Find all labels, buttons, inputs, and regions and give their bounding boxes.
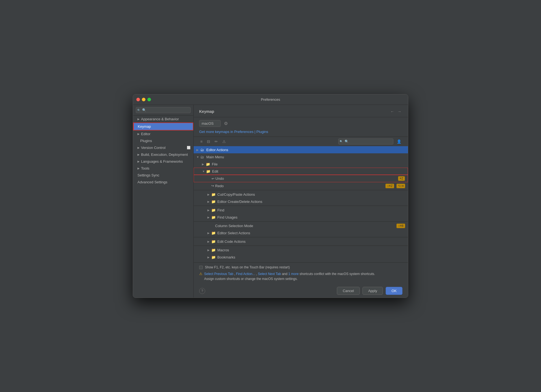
separator (194, 221, 408, 222)
select-prev-tab-link[interactable]: Select Previous Tab (204, 272, 233, 276)
close-button[interactable] (136, 98, 140, 101)
comma1: , (234, 272, 236, 276)
chevron-right-icon: ▶ (137, 132, 140, 135)
minimize-button[interactable] (142, 98, 145, 101)
footer: ? Cancel Apply OK (194, 284, 408, 298)
maximize-button[interactable] (147, 98, 151, 101)
tree-row[interactable]: ▶ 📁 Cut/Copy/Paste Actions (194, 191, 408, 198)
tree-item-label: Find (217, 208, 405, 212)
expand-all-button[interactable]: ≡ (199, 139, 204, 144)
separator (194, 246, 408, 246)
collapse-all-button[interactable]: ⊟ (206, 139, 211, 144)
bottom-section: Show F1, F2, etc. keys on the Touch Bar … (194, 262, 408, 284)
expand-icon: ▶ (207, 216, 211, 219)
select-next-tab-link[interactable]: Select Next Tab (258, 272, 281, 276)
folder-icon: 📁 (211, 200, 216, 204)
keymap-dropdown: macOS (199, 120, 221, 127)
warning-button[interactable]: ⚠ (221, 139, 227, 144)
nav-arrows: ← → (389, 109, 402, 114)
toolbar-search-area (338, 138, 393, 145)
sidebar-item-tools[interactable]: ▶ Tools (133, 165, 193, 172)
tree-row[interactable]: ↪ Redo ⇧⌘Z ⌥⇧⌫ (194, 182, 408, 189)
sidebar-item-languages[interactable]: ▶ Languages & Frameworks (133, 158, 193, 165)
chevron-right-icon: ▶ (137, 167, 140, 170)
chevron-right-icon: ▶ (137, 153, 140, 156)
warning-suffix-text: shortcuts conflict with the macOS system… (299, 272, 375, 276)
titlebar: Preferences (133, 94, 408, 105)
tree-item-label: Cut/Copy/Paste Actions (217, 192, 405, 197)
more-link[interactable]: 1 more (288, 272, 299, 276)
tree-row[interactable]: ▼ 🗂 Main Menu (194, 153, 408, 160)
folder-icon: 📁 (206, 169, 211, 173)
tree-row[interactable]: ▶ 📁 Editor Select Actions (194, 229, 408, 236)
expand-icon: ▶ (207, 209, 211, 212)
sidebar-item-editor[interactable]: ▶ Editor (133, 130, 193, 137)
apply-button[interactable]: Apply (363, 287, 383, 295)
help-button[interactable]: ? (199, 288, 205, 294)
edit-shortcuts-button[interactable]: ✏ (213, 139, 219, 144)
tree-item-label: Editor Actions (206, 148, 405, 152)
keymap-tree[interactable]: ▶ 🗂 Editor Actions ▼ 🗂 Main Menu ▶ 📁 Fi (194, 146, 408, 262)
question-mark-icon: ? (201, 289, 203, 293)
touchbar-label: Show F1, F2, etc. keys on the Touch Bar … (205, 265, 290, 269)
undo-icon: ↩ (212, 177, 214, 181)
expand-icon: ▶ (207, 200, 211, 203)
main-panel: Keymap ← → macOS ⚙ Get more keymaps in P… (194, 105, 408, 298)
tree-row[interactable]: ▶ 📁 Edit Code Actions (194, 238, 408, 245)
sidebar-item-label: Tools (141, 166, 149, 170)
folder-icon: 📁 (211, 248, 216, 252)
person-button[interactable]: 👤 (396, 139, 402, 144)
separator (194, 190, 408, 190)
touchbar-checkbox[interactable] (199, 266, 203, 269)
tree-row[interactable]: ▶ 📁 Find Usages (194, 214, 408, 221)
sidebar-item-version-control[interactable]: ▶ Version Control ⬜ (133, 144, 193, 151)
toolbar-search-input[interactable] (338, 138, 393, 145)
ok-button[interactable]: OK (386, 287, 402, 295)
keymap-link-bar: Get more keymaps in Preferences | Plugin… (194, 130, 408, 137)
forward-button[interactable]: → (396, 109, 402, 114)
sidebar-search-input[interactable] (136, 107, 191, 113)
back-button[interactable]: ← (389, 109, 395, 114)
folder-icon: 📁 (211, 215, 216, 219)
folder-icon: 🗂 (200, 155, 205, 159)
separator (194, 237, 408, 237)
sidebar-item-build[interactable]: ▶ Build, Execution, Deployment (133, 151, 193, 158)
plugins-link[interactable]: Plugins (256, 130, 268, 134)
tree-row[interactable]: ▶ 📁 Find (194, 206, 408, 214)
get-more-keymaps-link[interactable]: Get more keymaps in Preferences | (199, 130, 256, 134)
expand-icon: ▶ (207, 240, 211, 243)
warning-text: Select Previous Tab , Find Action... , S… (204, 272, 375, 276)
sidebar-item-advanced-settings[interactable]: Advanced Settings (133, 179, 193, 186)
sidebar-item-keymap[interactable]: Keymap (133, 122, 193, 130)
expand-icon: ▶ (196, 148, 200, 151)
tree-row[interactable]: ↩ Undo ⌘Z (194, 175, 408, 182)
tree-item-label: Edit (212, 169, 405, 173)
expand-icon: ▶ (207, 256, 211, 259)
tree-row[interactable]: ▼ 📁 Edit (194, 168, 408, 175)
sidebar-item-plugins[interactable]: Plugins (133, 137, 193, 144)
sidebar-item-settings-sync[interactable]: Settings Sync (133, 172, 193, 179)
tree-row[interactable]: ▶ 📁 Editor Create/Delete Actions (194, 198, 408, 205)
tree-item-label: Column Selection Mode (215, 224, 395, 228)
tree-row[interactable]: Column Selection Mode ⇧⌘8 (194, 222, 408, 229)
sidebar-item-label: Build, Execution, Deployment (141, 153, 188, 157)
sidebar-item-appearance[interactable]: ▶ Appearance & Behavior (133, 116, 193, 122)
warning-icon: ⚠ (199, 272, 202, 276)
tree-row[interactable]: ▶ 📁 File (194, 160, 408, 168)
gear-button[interactable]: ⚙ (223, 120, 228, 127)
separator (194, 206, 408, 206)
cancel-button[interactable]: Cancel (337, 287, 359, 295)
tree-row[interactable]: ▶ 📁 Bookmarks (194, 254, 408, 261)
tree-row[interactable]: ▶ 🗂 Editor Actions (194, 146, 408, 153)
tree-row[interactable]: ▶ 📁 Macros (194, 246, 408, 254)
expand-icon: ▶ (207, 193, 211, 196)
find-action-link[interactable]: Find Action... (236, 272, 255, 276)
tree-item-label: Find Usages (217, 215, 405, 219)
tree-item-label: Editor Create/Delete Actions (217, 200, 405, 204)
tree-item-label: File (212, 162, 405, 166)
expand-icon: ▶ (202, 163, 206, 166)
folder-icon: 🗂 (200, 148, 205, 152)
keymap-scheme-select[interactable]: macOS (199, 120, 221, 127)
folder-icon: 📁 (211, 255, 216, 259)
sidebar-item-label: Plugins (140, 139, 152, 143)
